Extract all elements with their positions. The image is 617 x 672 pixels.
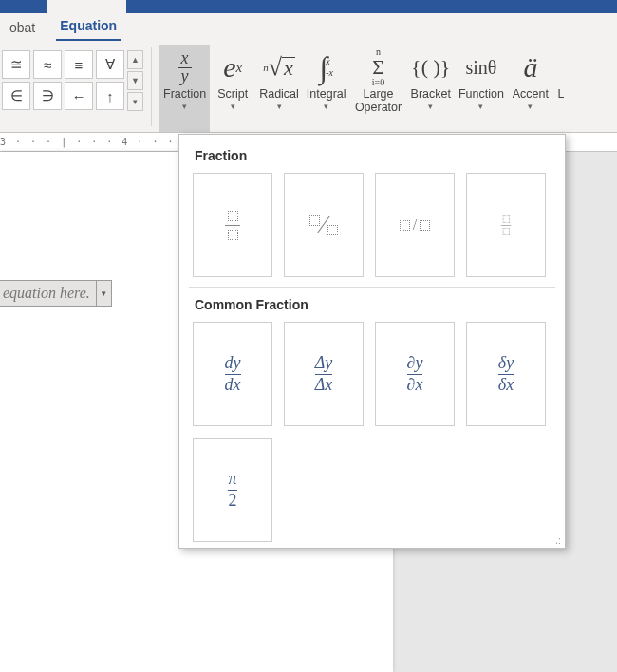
- symbol-grid: ≅ ≈ ≡ ∀ ∈ ∋ ← ↑: [2, 50, 124, 110]
- denominator: ∂x: [407, 376, 423, 395]
- radical-label: Radical: [257, 86, 301, 101]
- integral-icon: ∫x-x: [319, 48, 333, 86]
- placeholder-icon: [400, 220, 410, 231]
- fraction-bar-icon: [501, 225, 511, 226]
- partialy-partialx-tile[interactable]: ∂y∂x: [375, 322, 455, 426]
- symbol-cell[interactable]: ≈: [33, 50, 62, 79]
- stacked-fraction-tile[interactable]: [193, 173, 272, 277]
- title-bar: [0, 0, 617, 13]
- script-icon: ex: [223, 48, 242, 86]
- denominator: δx: [498, 376, 514, 395]
- placeholder-icon: [327, 225, 338, 235]
- pi-over-2-tile[interactable]: π2: [193, 438, 272, 542]
- symbol-cell[interactable]: ∈: [2, 82, 30, 110]
- placeholder-icon: [502, 215, 509, 222]
- bracket-label: Bracket: [409, 86, 453, 101]
- equation-dropdown[interactable]: ▼: [96, 281, 111, 306]
- chevron-down-icon: ▾: [277, 102, 282, 111]
- gallery-divider: [189, 287, 555, 288]
- fraction-bar-icon: [225, 225, 240, 226]
- bracket-button[interactable]: {( )} Bracket ▾: [407, 45, 455, 132]
- symbol-scroll-down[interactable]: ▼: [127, 71, 143, 90]
- accent-button[interactable]: ä Accent ▾: [508, 45, 553, 132]
- denominator: 2: [229, 492, 237, 511]
- common-fraction-row-2: π2: [189, 438, 555, 542]
- equation-placeholder-text: equation here.: [0, 285, 96, 302]
- numerator: dy: [225, 354, 241, 373]
- denominator: dx: [225, 376, 241, 395]
- fraction-gallery: Fraction ∕ / Common Fraction dydx: [178, 134, 566, 549]
- symbol-scroll-up[interactable]: ▲: [127, 50, 143, 69]
- symbol-cell[interactable]: ↑: [96, 82, 124, 110]
- chevron-down-icon: ▾: [324, 102, 328, 111]
- function-icon: sinθ: [465, 48, 496, 86]
- title-bar-highlight: [47, 0, 126, 13]
- radical-icon: n√x: [263, 48, 295, 86]
- limit-label: L: [555, 86, 566, 101]
- structure-buttons: xy Fraction ▾ ex Script ▾ n√x Radical ▾ …: [159, 42, 567, 132]
- bracket-icon: {( )}: [411, 48, 450, 86]
- placeholder-icon: [228, 211, 238, 221]
- limit-button[interactable]: L: [553, 45, 567, 132]
- large-operator-label: Large Operator: [353, 86, 403, 115]
- large-operator-button[interactable]: nΣi=0 Large Operator: [350, 45, 407, 132]
- small-fraction-tile[interactable]: [466, 173, 546, 277]
- placeholder-icon: [309, 215, 320, 226]
- numerator: π: [228, 470, 236, 489]
- linear-fraction-tile[interactable]: /: [375, 173, 455, 277]
- fraction-label: Fraction: [161, 86, 208, 101]
- denominator: Δx: [315, 376, 333, 395]
- chevron-down-icon: ▾: [528, 102, 533, 111]
- symbol-scroll: ▲ ▼ ▾: [127, 50, 143, 113]
- numerator: ∂y: [407, 354, 423, 373]
- fraction-templates-row: ∕ /: [189, 173, 555, 277]
- accent-icon: ä: [523, 48, 537, 86]
- symbol-more[interactable]: ▾: [127, 92, 143, 111]
- smalldeltay-smalldeltax-tile[interactable]: δyδx: [466, 322, 546, 426]
- tab-equation[interactable]: Equation: [56, 12, 121, 41]
- tab-strip: obat Equation: [0, 13, 617, 42]
- fraction-button[interactable]: xy Fraction ▾: [159, 45, 210, 132]
- skewed-fraction-tile[interactable]: ∕: [284, 173, 364, 277]
- chevron-down-icon: ▾: [231, 102, 235, 111]
- placeholder-icon: [228, 230, 238, 240]
- dy-dx-tile[interactable]: dydx: [193, 322, 272, 426]
- equation-object[interactable]: equation here. ▼: [0, 280, 112, 307]
- integral-button[interactable]: ∫x-x Integral ▾: [303, 45, 350, 132]
- function-button[interactable]: sinθ Function ▾: [455, 45, 508, 132]
- symbol-cell[interactable]: ≅: [2, 50, 30, 79]
- resize-grip-icon[interactable]: .:: [555, 534, 561, 546]
- chevron-down-icon: ▾: [428, 102, 433, 111]
- script-label: Script: [215, 86, 250, 101]
- symbol-cell[interactable]: ←: [65, 82, 93, 110]
- fraction-icon: xy: [178, 48, 192, 86]
- gallery-section-fraction: Fraction: [195, 148, 555, 163]
- tab-acrobat[interactable]: obat: [6, 14, 39, 41]
- sigma-icon: nΣi=0: [372, 48, 384, 86]
- numerator: Δy: [315, 354, 333, 373]
- symbol-cell[interactable]: ∋: [33, 82, 62, 110]
- accent-label: Accent: [511, 86, 551, 101]
- numerator: δy: [498, 354, 514, 373]
- common-fraction-row-1: dydx ΔyΔx ∂y∂x δyδx: [189, 322, 555, 426]
- function-label: Function: [457, 86, 506, 101]
- symbol-cell[interactable]: ∀: [96, 50, 124, 79]
- ribbon-divider: [151, 47, 152, 126]
- deltay-deltax-tile[interactable]: ΔyΔx: [284, 322, 364, 426]
- slash-icon: ∕: [322, 211, 326, 239]
- placeholder-icon: [420, 220, 430, 231]
- radical-button[interactable]: n√x Radical ▾: [255, 45, 303, 132]
- integral-label: Integral: [305, 86, 348, 101]
- chevron-down-icon: ▾: [182, 102, 187, 111]
- symbol-picker: ≅ ≈ ≡ ∀ ∈ ∋ ← ↑ ▲ ▼ ▾: [0, 42, 143, 132]
- symbol-cell[interactable]: ≡: [65, 50, 93, 79]
- placeholder-icon: [502, 228, 509, 234]
- ribbon: ≅ ≈ ≡ ∀ ∈ ∋ ← ↑ ▲ ▼ ▾ xy Fraction ▾ ex S…: [0, 42, 617, 133]
- script-button[interactable]: ex Script ▾: [210, 45, 255, 132]
- slash-icon: /: [413, 216, 417, 233]
- chevron-down-icon: ▾: [478, 102, 483, 111]
- gallery-section-common: Common Fraction: [195, 297, 555, 312]
